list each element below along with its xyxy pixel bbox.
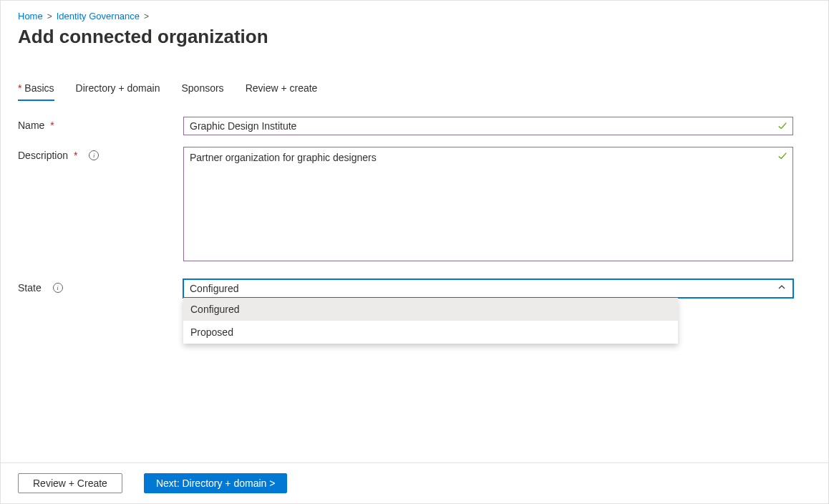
chevron-up-icon xyxy=(777,283,786,291)
chevron-right-icon: > xyxy=(144,11,149,21)
required-asterisk: * xyxy=(50,120,54,131)
form-row-name: Name* xyxy=(18,117,811,135)
review-create-button[interactable]: Review + Create xyxy=(18,473,122,493)
dropdown-selected-value: Configured xyxy=(190,283,239,294)
description-input[interactable]: Partner organization for graphic designe… xyxy=(183,147,793,261)
info-icon[interactable]: i xyxy=(89,150,99,160)
name-input[interactable] xyxy=(183,117,793,135)
tab-directory-domain[interactable]: Directory + domain xyxy=(76,82,160,101)
checkmark-icon xyxy=(777,151,787,161)
dropdown-option-configured[interactable]: Configured xyxy=(183,298,678,321)
dropdown-option-proposed[interactable]: Proposed xyxy=(183,321,678,344)
state-label: State i xyxy=(18,279,183,294)
required-asterisk: * xyxy=(74,150,77,161)
state-dropdown-list: Configured Proposed xyxy=(183,298,678,344)
breadcrumb-identity-governance[interactable]: Identity Governance xyxy=(57,11,140,21)
tab-basics[interactable]: Basics xyxy=(18,82,54,101)
tab-label: Sponsors xyxy=(181,82,223,94)
breadcrumb-home[interactable]: Home xyxy=(18,11,43,21)
breadcrumb: Home > Identity Governance > xyxy=(18,11,811,21)
description-label: Description* i xyxy=(18,147,183,161)
footer: Review + Create Next: Directory + domain… xyxy=(1,462,828,503)
next-button[interactable]: Next: Directory + domain > xyxy=(144,473,288,493)
name-label: Name* xyxy=(18,117,183,131)
chevron-right-icon: > xyxy=(47,11,52,21)
tab-label: Directory + domain xyxy=(76,82,160,94)
tab-review-create[interactable]: Review + create xyxy=(246,82,318,101)
form-row-state: State i Configured Configured Proposed xyxy=(18,279,811,298)
info-icon[interactable]: i xyxy=(53,283,63,293)
form-row-description: Description* i Partner organization for … xyxy=(18,147,811,263)
page-title: Add connected organization xyxy=(18,26,811,48)
state-dropdown[interactable]: Configured xyxy=(183,279,793,298)
tabs: Basics Directory + domain Sponsors Revie… xyxy=(18,82,811,101)
checkmark-icon xyxy=(777,121,787,131)
tab-sponsors[interactable]: Sponsors xyxy=(181,82,223,101)
tab-label: Review + create xyxy=(246,82,318,94)
tab-label: Basics xyxy=(18,82,54,94)
